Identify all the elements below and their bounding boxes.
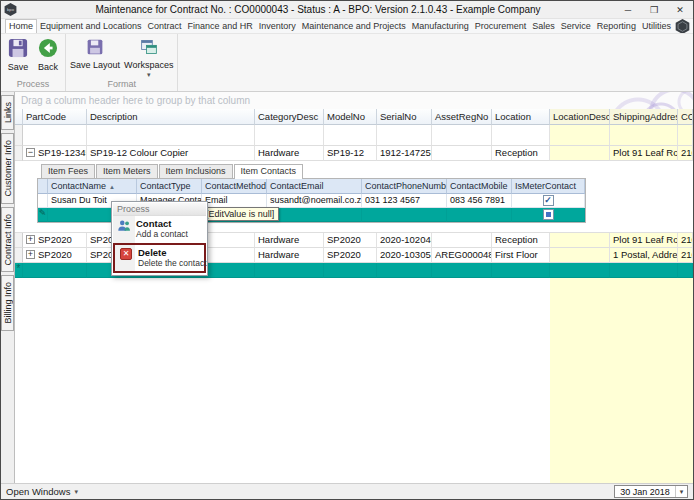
- cell-modelno: [324, 263, 377, 278]
- column-header-serialno[interactable]: SerialNo: [377, 109, 432, 125]
- maximize-icon[interactable]: ❒: [641, 1, 667, 18]
- cell-description: SP19-12 Colour Copier: [87, 146, 255, 161]
- column-header-contactmethod[interactable]: ContactMethod: [202, 179, 267, 194]
- save-button[interactable]: Save: [3, 36, 33, 72]
- column-header-locationdesc[interactable]: LocationDesc: [550, 109, 610, 125]
- table-row-sp19-123456[interactable]: −SP19-123456 SP19-12 Colour Copier Hardw…: [15, 146, 693, 161]
- collapse-icon[interactable]: −: [26, 148, 35, 157]
- back-button[interactable]: Back: [33, 36, 63, 72]
- delete-icon: ✕: [120, 248, 132, 260]
- menu-item-subtitle: Add a contact: [136, 229, 188, 239]
- column-header-shippingaddress[interactable]: ShippingAddress: [610, 109, 678, 125]
- cell-partcode: +SP2020: [23, 248, 87, 263]
- column-header-categorydesc[interactable]: CategoryDesc: [255, 109, 324, 125]
- sidebar-item-billing-info[interactable]: Billing Info: [1, 275, 14, 331]
- ribbon-tab-equipment-and-locations[interactable]: Equipment and Locations: [37, 20, 145, 33]
- cell-shippingaddress: [610, 263, 678, 278]
- ribbon-tab-manufacturing[interactable]: Manufacturing: [409, 20, 472, 33]
- client-area: Links Customer Info Contract Info Billin…: [1, 92, 693, 483]
- cell-partcode: [23, 263, 87, 278]
- cell-locationdesc: [550, 263, 610, 278]
- column-header-assetregno[interactable]: AssetRegNo: [432, 109, 492, 125]
- checkbox-checked-icon[interactable]: ✓: [543, 195, 554, 206]
- tab-item-fees[interactable]: Item Fees: [41, 164, 95, 178]
- ribbon-tab-maintenance-and-projects[interactable]: Maintenance and Projects: [299, 20, 409, 33]
- row-indicator: [15, 248, 23, 263]
- sidebar-item-contract-info[interactable]: Contract Info: [1, 207, 14, 273]
- cell-locationdesc: [550, 248, 610, 263]
- column-header-modelno[interactable]: ModelNo: [324, 109, 377, 125]
- save-layout-button[interactable]: Save Layout: [68, 36, 122, 70]
- empty-cell: [377, 125, 432, 146]
- grid-filter-row[interactable]: [15, 125, 693, 146]
- cell-shippingaddress: Plot 91 Leaf Road, Forest Hills,: [610, 146, 678, 161]
- close-icon[interactable]: ✕: [667, 1, 693, 18]
- cell-contactemail: susandt@noemail.co.za: [267, 194, 362, 208]
- empty-cell: [550, 125, 610, 146]
- column-header-location[interactable]: Location: [492, 109, 550, 125]
- cell-cosa: 2101: [678, 248, 693, 263]
- column-header-ismetercontact[interactable]: IsMeterContact: [512, 179, 585, 194]
- expand-icon[interactable]: +: [26, 235, 35, 244]
- annotation-highlight-box: ✕ Delete Delete the contact: [113, 243, 206, 273]
- column-header-cosa[interactable]: COSA: [678, 109, 693, 125]
- column-header-contactemail[interactable]: ContactEmail: [267, 179, 362, 194]
- checkbox-indeterminate-icon[interactable]: [543, 209, 554, 220]
- window-title: Maintenance for Contract No. : CO0000043…: [21, 4, 615, 15]
- sidebar-item-links[interactable]: Links: [1, 95, 14, 130]
- cell-cosa: [678, 263, 693, 278]
- column-header-contactname[interactable]: ContactName▲: [48, 179, 137, 194]
- column-header-contacttype[interactable]: ContactType: [137, 179, 202, 194]
- cell-categorydesc: Hardware: [255, 248, 324, 263]
- grid-empty-area: [15, 278, 693, 483]
- ribbon-tab-service[interactable]: Service: [558, 20, 594, 33]
- tab-item-contacts[interactable]: Item Contacts: [234, 164, 304, 179]
- menu-item-add-contact[interactable]: Contact Add a contact: [113, 216, 206, 242]
- minimize-icon[interactable]: ─: [615, 1, 641, 18]
- tab-item-inclusions[interactable]: Item Inclusions: [159, 164, 233, 178]
- context-menu-header: Process: [113, 203, 206, 216]
- cell-contactmethod: Email: [202, 194, 267, 208]
- workspaces-dropdown-icon[interactable]: ▾: [147, 72, 151, 77]
- workspaces-button[interactable]: Workspaces ▾: [122, 36, 175, 77]
- group-by-panel[interactable]: Drag a column header here to group by th…: [15, 92, 693, 109]
- cell-locationdesc: [550, 146, 610, 161]
- ribbon-tab-reporting[interactable]: Reporting: [594, 20, 639, 33]
- cell-contactmobile: [447, 208, 512, 222]
- column-header-partcode[interactable]: PartCode: [23, 109, 87, 125]
- open-windows-button[interactable]: Open Windows ▾: [6, 486, 78, 497]
- tab-item-meters[interactable]: Item Meters: [96, 164, 158, 178]
- column-header-contactmobile[interactable]: ContactMobile: [447, 179, 512, 194]
- ribbon-tab-utilities[interactable]: Utilities: [639, 20, 674, 33]
- app-window: bpo Maintenance for Contract No. : CO000…: [0, 0, 694, 500]
- cell-contactemail: [267, 208, 362, 222]
- header-indicator-cell: [15, 109, 23, 125]
- cell-serialno: [377, 263, 432, 278]
- ribbon-tab-finance-and-hr[interactable]: Finance and HR: [185, 20, 256, 33]
- row-indicator: [38, 194, 48, 208]
- detail-tab-bar: Item Fees Item Meters Item Inclusions It…: [41, 163, 693, 178]
- menu-item-delete-contact[interactable]: ✕ Delete Delete the contact: [115, 245, 204, 271]
- date-picker[interactable]: 30 Jan 2018 ▾: [614, 485, 688, 498]
- cell-serialno: 2020-102048: [377, 233, 432, 248]
- column-header-contactphonenumber[interactable]: ContactPhoneNumber: [362, 179, 447, 194]
- empty-cell: [432, 125, 492, 146]
- expand-icon[interactable]: +: [26, 250, 35, 259]
- menu-item-subtitle: Delete the contact: [138, 258, 207, 268]
- ribbon-tab-sales[interactable]: Sales: [529, 20, 558, 33]
- ribbon-tab-contract[interactable]: Contract: [145, 20, 185, 33]
- save-layout-icon: [86, 38, 104, 58]
- decorative-swirl: [543, 92, 693, 109]
- cell-categorydesc: Hardware: [255, 233, 324, 248]
- ribbon-tab-bar: Home Equipment and Locations Contract Fi…: [1, 19, 693, 34]
- row-indicator: [15, 233, 23, 248]
- sort-asc-icon: ▲: [109, 184, 115, 190]
- row-indicator: [15, 146, 23, 161]
- ribbon-tab-home[interactable]: Home: [5, 19, 37, 33]
- ribbon-tab-inventory[interactable]: Inventory: [256, 20, 299, 33]
- cell-categorydesc: [255, 263, 324, 278]
- ribbon-tab-procurement[interactable]: Procurement: [472, 20, 530, 33]
- sidebar-item-customer-info[interactable]: Customer Info: [1, 133, 14, 204]
- column-header-description[interactable]: Description: [87, 109, 255, 125]
- cell-ismetercontact: [512, 208, 585, 222]
